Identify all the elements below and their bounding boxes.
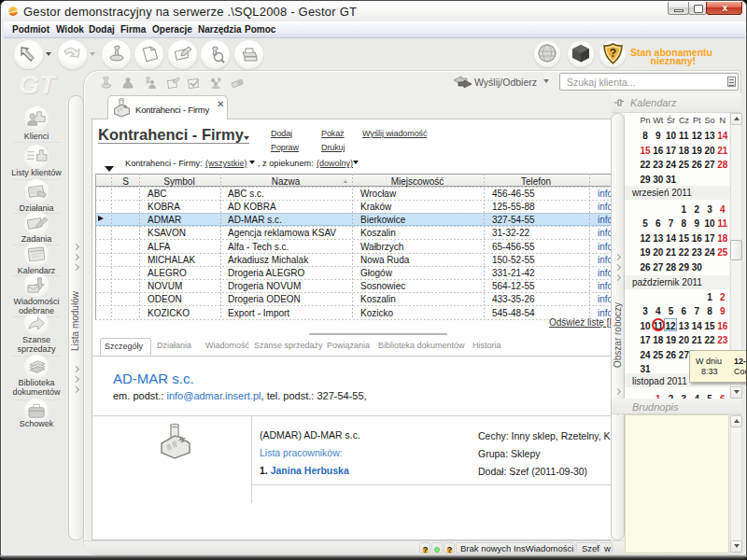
svg-text:?: ? xyxy=(423,545,429,553)
svg-text:?: ? xyxy=(447,545,453,553)
